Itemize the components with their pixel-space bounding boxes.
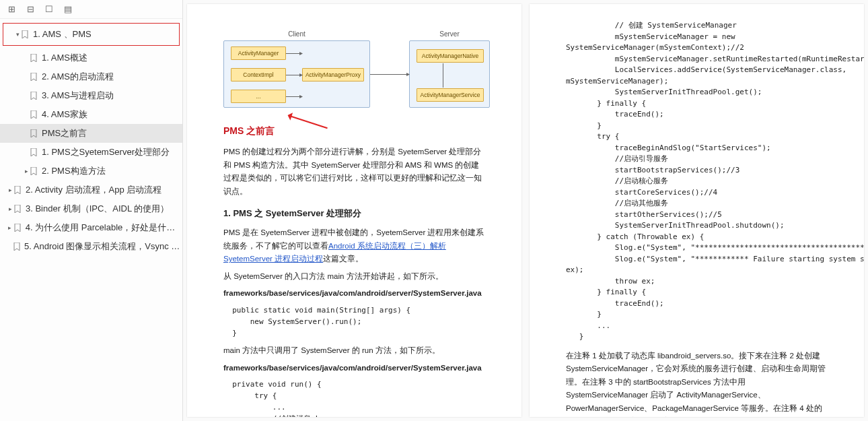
para-main-method-lead: 从 SyetemServer 的入口方法 main 方法开始讲起，如下所示。 bbox=[223, 270, 485, 284]
expand-all-icon[interactable]: ⊞ bbox=[7, 5, 16, 14]
outline-toolbar: ⊞ ⊟ ☐ ▤ bbox=[0, 0, 182, 19]
bookmark-outline-icon[interactable]: ☐ bbox=[44, 5, 54, 14]
chevron-icon: ▸ bbox=[7, 187, 13, 193]
outline-item-6[interactable]: 1. PMS之SyetemServer处理部分 bbox=[0, 143, 182, 162]
code-run-method-cont: // 创建 SystemServiceManager mSystemServic… bbox=[566, 20, 828, 343]
page-right: // 创建 SystemServiceManager mSystemServic… bbox=[530, 4, 864, 417]
page-left: Client ActivityManager ContextImpl ... A… bbox=[187, 4, 521, 417]
outline-item-label: 4. 为什么使用 Parcelable，好处是什么？ bbox=[26, 222, 182, 234]
diagram-server-title: Server bbox=[410, 30, 489, 38]
bookmark-icon bbox=[13, 205, 22, 213]
outline-item-3[interactable]: 3. AMS与进程启动 bbox=[0, 86, 182, 105]
para-annotation-explain: 在注释 1 处加载了动态库 libandroid_servers.so。接下来在… bbox=[566, 350, 828, 418]
para-preface-intro: PMS 的创建过程分为两个部分进行讲解，分别是 SyetemServer 处理部… bbox=[223, 145, 485, 198]
heading-pms-preface: PMS 之前言 bbox=[223, 125, 485, 137]
box-activitymanager: ActivityManager bbox=[231, 46, 286, 60]
outline-item-label: 2. Activity 启动流程，App 启动流程 bbox=[26, 184, 161, 196]
outline-item-1[interactable]: 1. AMS概述 bbox=[0, 48, 182, 67]
outline-item-label: 5. Android 图像显示相关流程，Vsync 信号等 bbox=[24, 240, 182, 253]
outline-item-label: 2. PMS构造方法 bbox=[42, 165, 106, 177]
outline-item-2[interactable]: 2. AMS的启动流程 bbox=[0, 67, 182, 86]
outline-item-11[interactable]: 5. Android 图像显示相关流程，Vsync 信号等 bbox=[0, 237, 182, 256]
outline-item-7[interactable]: ▸2. PMS构造方法 bbox=[0, 162, 182, 181]
bookmark-icon bbox=[13, 224, 22, 232]
outline-item-8[interactable]: ▸2. Activity 启动流程，App 启动流程 bbox=[0, 181, 182, 199]
box-contextimpl: ContextImpl bbox=[231, 68, 286, 82]
outline-tree: ▾1. AMS 、PMS 1. AMS概述 2. AMS的启动流程 3. AMS… bbox=[0, 19, 182, 421]
bookmark-icon bbox=[30, 54, 38, 62]
bookmark-icon bbox=[13, 242, 20, 251]
code-path-1: frameworks/base/services/java/com/androi… bbox=[223, 287, 485, 300]
bookmark-icon bbox=[30, 92, 38, 100]
chevron-icon: ▸ bbox=[7, 224, 13, 231]
outline-item-10[interactable]: ▸4. 为什么使用 Parcelable，好处是什么？ bbox=[0, 218, 182, 237]
para-run-method-lead: main 方法中只调用了 SystemServer 的 run 方法，如下所示。 bbox=[223, 344, 485, 358]
bookmark-icon bbox=[21, 30, 29, 38]
bookmark-icon bbox=[13, 186, 22, 194]
box-amservice: ActivityManagerService bbox=[417, 88, 484, 102]
outline-item-label: PMS之前言 bbox=[42, 127, 87, 139]
chevron-icon: ▸ bbox=[23, 168, 30, 174]
page-viewport: Client ActivityManager ContextImpl ... A… bbox=[183, 0, 868, 421]
outline-item-4[interactable]: 4. AMS家族 bbox=[0, 105, 182, 124]
para-systemserver-intro: PMS 是在 SyetemServer 进程中被创建的，SyetemServer… bbox=[223, 226, 485, 266]
box-amnative: ActivityManagerNative bbox=[417, 49, 484, 63]
active-outline-highlight: ▾1. AMS 、PMS bbox=[3, 23, 180, 46]
code-run-method-start: private void run() { try { ... //创建消息 Lo… bbox=[223, 379, 485, 417]
outline-item-label: 1. AMS概述 bbox=[42, 52, 87, 64]
outline-item-0[interactable]: ▾1. AMS 、PMS bbox=[7, 25, 175, 44]
collapse-all-icon[interactable]: ⊟ bbox=[26, 5, 35, 14]
bookmark-icon bbox=[30, 110, 38, 119]
bookmark-icon bbox=[30, 129, 38, 137]
outline-item-label: 2. AMS的启动流程 bbox=[42, 71, 114, 83]
box-etc: ... bbox=[231, 90, 286, 103]
heading-pms-systemserver: 1. PMS 之 SyetemServer 处理部分 bbox=[223, 207, 485, 220]
outline-item-9[interactable]: ▸3. Binder 机制（IPC、AIDL 的使用） bbox=[0, 199, 182, 218]
outline-item-label: 3. Binder 机制（IPC、AIDL 的使用） bbox=[26, 203, 169, 215]
code-main-method: public static void main(String[] args) {… bbox=[223, 304, 485, 339]
bookmark-icon bbox=[30, 73, 38, 81]
ams-family-diagram: Client ActivityManager ContextImpl ... A… bbox=[223, 28, 490, 109]
box-amproxy: ActivityManagerProxy bbox=[302, 68, 364, 82]
outline-item-label: 4. AMS家族 bbox=[42, 108, 87, 121]
bookmark-icon bbox=[30, 167, 38, 175]
bookmark-filled-icon[interactable]: ▤ bbox=[63, 5, 73, 14]
outline-item-label: 3. AMS与进程启动 bbox=[42, 90, 114, 102]
outline-sidebar: ⊞ ⊟ ☐ ▤ ▾1. AMS 、PMS 1. AMS概述 2. AMS的启动流… bbox=[0, 0, 183, 421]
diagram-client-title: Client bbox=[224, 30, 369, 38]
chevron-icon: ▾ bbox=[14, 31, 21, 38]
bookmark-icon bbox=[30, 148, 38, 156]
code-path-2: frameworks/base/services/java/com/androi… bbox=[223, 362, 485, 375]
outline-item-label: 1. AMS 、PMS bbox=[33, 28, 92, 40]
outline-item-label: 1. PMS之SyetemServer处理部分 bbox=[42, 146, 170, 158]
chevron-icon: ▸ bbox=[7, 205, 13, 212]
text-intro-b: 这篇文章。 bbox=[323, 255, 363, 263]
outline-item-5[interactable]: PMS之前言 bbox=[0, 124, 182, 143]
